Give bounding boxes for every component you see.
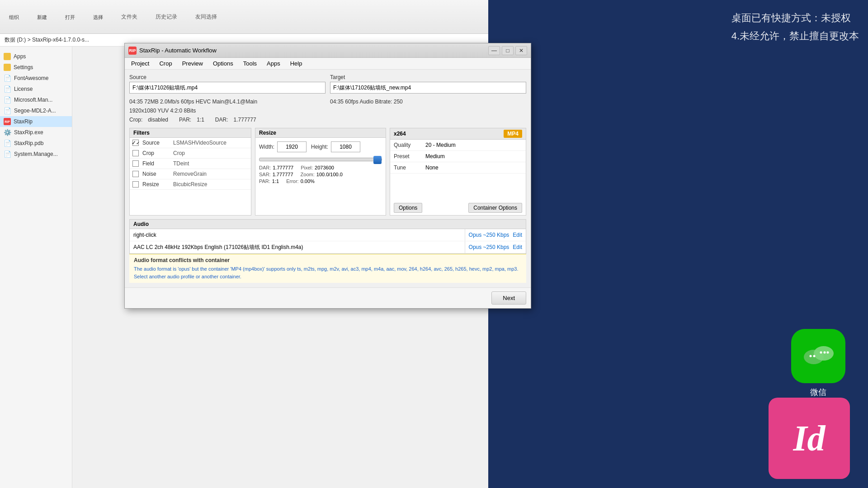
filter-value-noise: RemoveGrain xyxy=(173,171,248,177)
target-path-input[interactable] xyxy=(330,82,526,94)
wechat-app-icon[interactable] xyxy=(791,329,845,383)
source-info-line2: 868x488 YUV 4:2:0 8Bits xyxy=(129,106,326,115)
pixel-pair: Pixel: 2073600 xyxy=(301,165,334,170)
pixel-val: 2073600 xyxy=(315,165,334,170)
target-info-line1: 04:35 60fps Audio Bitrate: 250 xyxy=(330,97,526,106)
maximize-button[interactable]: □ xyxy=(502,46,514,55)
zoom-key: Zoom: xyxy=(301,172,315,177)
sar-key: SAR: xyxy=(259,172,271,177)
audio-row-1: Opus ~250 Kbps Edit xyxy=(130,229,526,241)
dialog-menubar: Project Crop Preview Options Tools Apps … xyxy=(125,58,531,70)
x264-header: x264 MP4 xyxy=(390,128,526,140)
sidebar-item-staxrip[interactable]: RIP StaxRip xyxy=(0,116,72,127)
menu-help[interactable]: Help xyxy=(286,59,307,68)
filter-checkbox-field[interactable] xyxy=(132,160,139,167)
slider-thumb[interactable] xyxy=(373,156,382,164)
filter-value-resize: BicubicResize xyxy=(173,181,248,188)
sidebar-item-system[interactable]: 📄 System.Manage... xyxy=(0,149,72,160)
source-label: Source xyxy=(129,74,326,80)
preset-key: Preset xyxy=(394,153,425,160)
sidebar-item-staxrip-exe[interactable]: ⚙️ StaxRip.exe xyxy=(0,127,72,138)
indesign-label: Id xyxy=(793,418,825,459)
dialog-footer: Next xyxy=(125,287,531,308)
pixel-key: Pixel: xyxy=(301,165,313,170)
filter-checkbox-noise[interactable] xyxy=(132,171,139,177)
options-button[interactable]: Options xyxy=(394,203,422,213)
audio-input-1[interactable] xyxy=(130,229,465,241)
audio-bitrate-1[interactable]: Opus ~250 Kbps xyxy=(469,232,509,238)
resize-info: DAR: 1.777777 Pixel: 2073600 SAR: 1.7777… xyxy=(255,163,386,186)
par-label: PAR: xyxy=(179,117,191,123)
filter-row-source: ✓ Source LSMASHVideoSource xyxy=(130,138,251,148)
source-info-line1: 04:35 72MB 2.0Mb/s 60fps HEVC Main@L4.1@… xyxy=(129,97,326,106)
filter-name-source: Source xyxy=(142,140,170,146)
dar-val: 1.777777 xyxy=(273,165,293,170)
next-button[interactable]: Next xyxy=(491,291,526,305)
filter-checkbox-crop[interactable] xyxy=(132,150,139,156)
crop-value: disabled xyxy=(148,117,168,123)
minimize-button[interactable]: — xyxy=(488,46,500,55)
width-label: Width: xyxy=(259,144,274,150)
sidebar-item-staxrip-pdb[interactable]: 📄 StaxRip.pdb xyxy=(0,138,72,149)
audio-section: Audio Opus ~250 Kbps Edit Opus ~250 Kbps… xyxy=(129,219,526,254)
menu-project[interactable]: Project xyxy=(127,59,154,68)
filter-name-crop: Crop xyxy=(142,150,170,156)
filter-name-field: Field xyxy=(142,160,170,167)
zoom-pair: Zoom: 100.0/100.0 xyxy=(301,172,343,177)
sidebar-item-settings[interactable]: Settings xyxy=(0,62,72,73)
zoom-val: 100.0/100.0 xyxy=(316,172,343,177)
audio-actions-1: Opus ~250 Kbps Edit xyxy=(465,232,526,238)
staxrip-icon: RIP xyxy=(4,118,11,125)
menu-preview[interactable]: Preview xyxy=(178,59,208,68)
audio-input-2[interactable] xyxy=(130,241,465,253)
indesign-icon-area[interactable]: Id xyxy=(769,398,859,488)
sidebar-item-microsoft[interactable]: 📄 Microsoft.Man... xyxy=(0,94,72,105)
source-path-input[interactable] xyxy=(129,82,326,94)
close-button[interactable]: ✕ xyxy=(515,46,527,55)
slider-track[interactable] xyxy=(259,158,382,161)
container-options-button[interactable]: Container Options xyxy=(468,203,522,213)
svg-point-3 xyxy=(813,355,816,357)
width-input[interactable] xyxy=(277,141,307,152)
wechat-svg xyxy=(800,338,836,374)
ribbon-group-select: 选择 xyxy=(93,13,103,21)
sidebar-item-label: System.Manage... xyxy=(14,151,58,157)
filter-checkbox-source[interactable]: ✓ xyxy=(132,140,139,146)
sidebar-item-fontawesome[interactable]: 📄 FontAwesome xyxy=(0,73,72,84)
sidebar-item-label: StaxRip.pdb xyxy=(14,140,43,146)
warning-section: Audio format conflicts with container Th… xyxy=(129,254,526,283)
sidebar-item-label: License xyxy=(14,86,33,92)
resize-info-row-2: SAR: 1.777777 Zoom: 100.0/100.0 xyxy=(259,172,382,177)
source-info-crop: Crop: disabled PAR: 1:1 DAR: 1.777777 xyxy=(129,115,326,124)
indesign-app-icon[interactable]: Id xyxy=(769,398,850,479)
svg-point-1 xyxy=(814,346,834,361)
width-field: Width: xyxy=(259,141,307,152)
dar-key: DAR: xyxy=(259,165,271,170)
filter-value-crop: Crop xyxy=(173,150,248,156)
audio-edit-btn-1[interactable]: Edit xyxy=(513,232,522,238)
x264-label: x264 xyxy=(394,131,406,137)
sidebar-item-label: StaxRip.exe xyxy=(14,129,43,136)
wechat-icon-area[interactable]: 微信 xyxy=(791,329,845,398)
tune-val: None xyxy=(425,164,439,171)
height-input[interactable] xyxy=(331,141,360,152)
audio-edit-btn-2[interactable]: Edit xyxy=(513,244,522,250)
x264-panel: x264 MP4 Quality 20 - Medium Preset Medi… xyxy=(390,128,526,216)
quality-key: Quality xyxy=(394,142,425,148)
filters-panel: Filters ✓ Source LSMASHVideoSource Crop … xyxy=(129,128,251,216)
audio-bitrate-2[interactable]: Opus ~250 Kbps xyxy=(469,244,509,250)
filters-panel-header: Filters xyxy=(130,128,251,138)
filter-checkbox-resize[interactable] xyxy=(132,181,139,188)
sidebar-item-segoe[interactable]: 📄 Segoe-MDL2-A... xyxy=(0,105,72,116)
audio-actions-2: Opus ~250 Kbps Edit xyxy=(465,244,526,250)
window-controls: — □ ✕ xyxy=(488,46,527,55)
dar-value: 1.777777 xyxy=(234,117,256,123)
ribbon-group-open: 打开 xyxy=(65,13,75,21)
sidebar-item-apps[interactable]: Apps xyxy=(0,51,72,62)
sidebar-item-license[interactable]: 📄 License xyxy=(0,84,72,94)
menu-tools[interactable]: Tools xyxy=(239,59,261,68)
menu-options[interactable]: Options xyxy=(208,59,238,68)
menu-apps[interactable]: Apps xyxy=(262,59,285,68)
menu-crop[interactable]: Crop xyxy=(155,59,176,68)
filter-name-noise: Noise xyxy=(142,171,170,177)
